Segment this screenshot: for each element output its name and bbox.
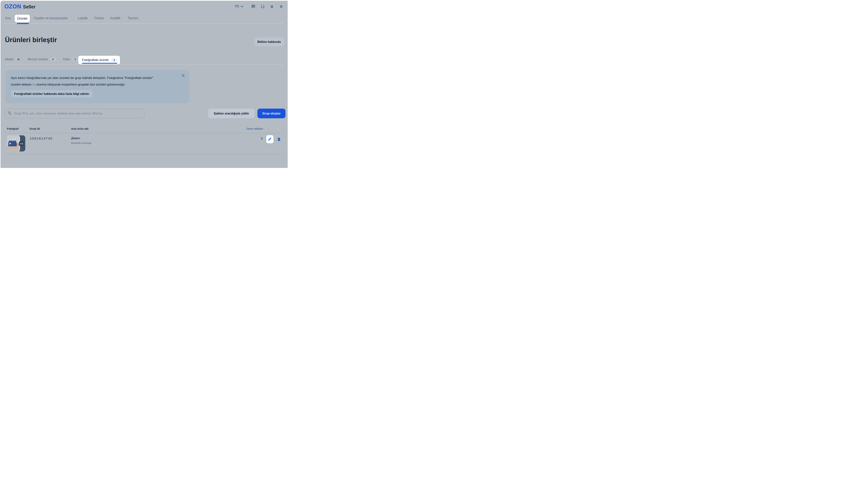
close-icon[interactable] [180,73,186,78]
nav-item-urunler[interactable]: Ürünler [15,15,30,22]
tabs-divider [5,64,284,64]
info-banner-line2: rozetini ekleyin — üzerine tıklayarak mü… [11,81,153,88]
pencil-icon [268,137,272,141]
chat-icon[interactable] [251,4,255,9]
tab-active-underline [82,63,117,64]
trash-icon [277,137,281,142]
row-photo-thumbnail[interactable]: +3 [7,135,25,151]
tab-model-count-badge: 38 [15,58,21,61]
about-section-button[interactable]: Bölüm hakkında [254,38,284,46]
tab-kitler-count-badge: 3 [72,58,78,61]
nav-active-underline [17,23,29,24]
photo-plant [17,143,19,146]
language-label: TR [235,4,239,9]
topbar-icon-group [251,4,283,9]
upload-template-button[interactable]: Şablon aracılığıyla yükle [208,109,254,118]
tab-benzer-urunler-count-badge: 8 [50,58,56,61]
edit-group-button[interactable] [266,135,274,143]
row-quantity: 3 [257,137,263,140]
info-banner-text: Aynı kartın fotoğraflarında yer alan ürü… [11,75,153,88]
tab-benzer-urunler[interactable]: Benzer ürünler 8 [28,58,56,61]
app-window: OZON Seller TR Ana Ürünle [0,0,288,168]
nav-item-urunler-label: Ürünler [17,17,27,21]
tab-benzer-urunler-label: Benzer ürünler [28,58,48,61]
page-title: Ürünleri birleştir [5,36,57,44]
row-group-id: 1001614740 [30,137,53,140]
tab-kitler[interactable]: Kitler 3 [63,58,78,61]
seller-dashboard: OZON Seller TR Ana Ürünle [1,1,288,168]
crown-icon[interactable] [279,4,283,9]
tab-model-label: Model [5,58,13,61]
delete-group-button[interactable] [276,137,281,142]
nav-item-fiyatlar[interactable]: Fiyatlar ve kampanyalar [34,16,68,20]
extra-photos-badge: +3 [19,141,24,146]
tab-kitler-label: Kitler [63,58,70,61]
tab-fotograftaki-urunler-count-badge: 1 [111,58,117,62]
tab-model[interactable]: Model 38 [5,58,21,61]
headset-icon[interactable] [261,4,265,9]
tab-fotograftaki-urunler[interactable]: Fotoğraftaki ürünler 1 [78,56,120,64]
info-banner: Aynı kartın fotoğraflarında yer alan ürü… [5,70,189,103]
nav-item-finans[interactable]: Finans [95,16,104,20]
chevron-down-icon [240,4,243,9]
nav-item-tanitim[interactable]: Tanıtım [128,16,138,20]
search-box [5,109,145,118]
bell-icon[interactable] [270,4,274,9]
nav-item-analitik[interactable]: Analitik [110,16,121,20]
seller-logo-text: Seller [23,4,36,10]
column-header-quantity: Ürün miktarı [245,127,263,130]
nav-divider [4,23,284,24]
more-info-button[interactable]: Fotoğraftaki ürünler hakkında daha fazla… [11,90,92,98]
photo-pillow [9,143,11,144]
search-input[interactable] [14,112,142,116]
create-group-button[interactable]: Grup oluştur [258,109,286,118]
table-header-divider [5,133,284,133]
photo-wall-frame [14,137,16,140]
column-header-main-product: Ana ürün adı [71,127,88,130]
tab-fotograftaki-urunler-label: Fotoğraftaki ürünler [82,58,109,62]
ozon-logo-text: OZON [4,3,21,10]
info-banner-line1: Aynı kartın fotoğraflarında yer alan ürü… [11,75,153,81]
row-product-subtitle: Modüler kanepe [71,141,91,145]
search-icon [8,111,12,116]
table-row-divider [5,154,284,154]
ozon-seller-logo: OZON Seller [4,3,36,10]
language-selector[interactable]: TR [235,4,243,9]
product-photo [7,135,20,151]
column-header-photo: Fotoğraf [7,127,18,130]
row-product-name: Диван [71,136,80,140]
column-header-group-id: Grup ID [29,127,40,130]
nav-item-ana[interactable]: Ana [5,16,11,20]
nav-item-lojistik[interactable]: Lojistik [78,16,88,20]
